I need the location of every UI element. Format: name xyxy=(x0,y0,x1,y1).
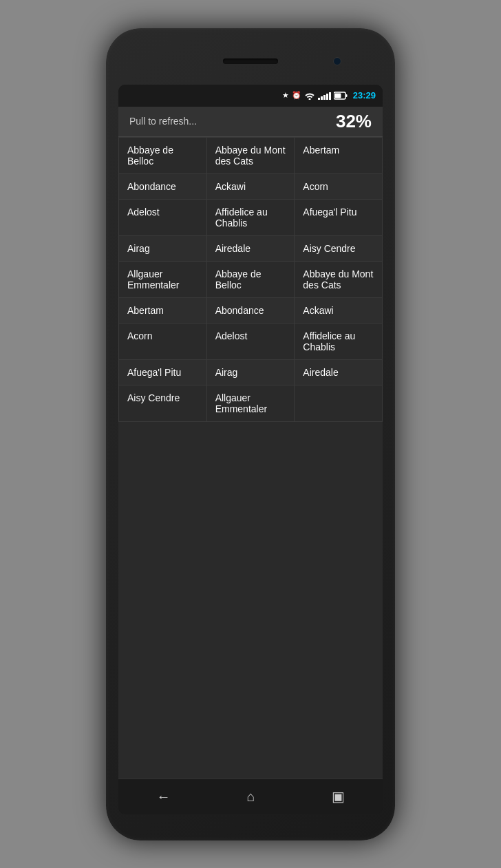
table-cell[interactable]: Acorn xyxy=(295,173,383,199)
svg-rect-1 xyxy=(345,94,347,97)
table-cell[interactable]: Airag xyxy=(206,359,295,385)
nav-bar: ← ⌂ ▣ xyxy=(118,779,383,814)
table-row[interactable]: Afuega'l PituAiragAiredale xyxy=(119,359,383,385)
home-button[interactable]: ⌂ xyxy=(235,783,266,810)
table-cell[interactable]: Abondance xyxy=(119,173,207,199)
status-bar: ★ ⏰ xyxy=(118,85,383,107)
table-cell[interactable]: Adelost xyxy=(119,199,207,235)
table-cell[interactable]: Ackawi xyxy=(206,173,295,199)
status-icons: ★ ⏰ xyxy=(282,90,376,100)
table-row[interactable]: AbertamAbondanceAckawi xyxy=(119,297,383,323)
grid-content: Abbaye de BellocAbbaye du Mont des CatsA… xyxy=(118,137,383,779)
table-cell[interactable]: Acorn xyxy=(119,323,207,359)
table-cell[interactable]: Abbaye de Belloc xyxy=(119,137,207,173)
table-row[interactable]: AiragAiredaleAisy Cendre xyxy=(119,235,383,261)
table-cell[interactable]: Adelost xyxy=(206,323,295,359)
cheese-table: Abbaye de BellocAbbaye du Mont des CatsA… xyxy=(118,137,383,422)
table-cell[interactable]: Affidelice au Chablis xyxy=(295,323,383,359)
svg-rect-2 xyxy=(334,93,341,98)
wifi-icon xyxy=(304,92,315,100)
table-cell[interactable]: Abbaye de Belloc xyxy=(206,261,295,297)
recent-button[interactable]: ▣ xyxy=(321,783,356,810)
table-cell[interactable]: Airag xyxy=(119,235,207,261)
table-row[interactable]: Allgauer EmmentalerAbbaye de BellocAbbay… xyxy=(119,261,383,297)
front-camera xyxy=(333,57,341,65)
table-cell[interactable]: Allgauer Emmentaler xyxy=(119,261,207,297)
back-button[interactable]: ← xyxy=(145,783,181,810)
table-row[interactable]: Abbaye de BellocAbbaye du Mont des CatsA… xyxy=(119,137,383,173)
table-cell[interactable] xyxy=(295,385,383,421)
phone-device: ★ ⏰ xyxy=(106,28,395,840)
table-cell[interactable]: Airedale xyxy=(206,235,295,261)
speaker xyxy=(223,59,278,64)
table-row[interactable]: AdelostAffidelice au ChablisAfuega'l Pit… xyxy=(119,199,383,235)
table-cell[interactable]: Affidelice au Chablis xyxy=(206,199,295,235)
table-cell[interactable]: Airedale xyxy=(295,359,383,385)
time: 23:29 xyxy=(353,90,376,100)
table-row[interactable]: Aisy CendreAllgauer Emmentaler xyxy=(119,385,383,421)
table-cell[interactable]: Aisy Cendre xyxy=(119,385,207,421)
alarm-icon: ⏰ xyxy=(292,91,301,100)
table-cell[interactable]: Abondance xyxy=(206,297,295,323)
signal-icon xyxy=(318,92,331,100)
table-cell[interactable]: Allgauer Emmentaler xyxy=(206,385,295,421)
percentage-text: 32% xyxy=(336,111,372,132)
table-row[interactable]: AcornAdelostAffidelice au Chablis xyxy=(119,323,383,359)
table-cell[interactable]: Afuega'l Pitu xyxy=(119,359,207,385)
table-cell[interactable]: Abertam xyxy=(295,137,383,173)
bluetooth-icon: ★ xyxy=(282,91,289,100)
table-row[interactable]: AbondanceAckawiAcorn xyxy=(119,173,383,199)
phone-top-bar xyxy=(118,41,383,82)
table-cell[interactable]: Ackawi xyxy=(295,297,383,323)
battery-icon xyxy=(334,92,348,100)
table-cell[interactable]: Aisy Cendre xyxy=(295,235,383,261)
table-cell[interactable]: Abbaye du Mont des Cats xyxy=(295,261,383,297)
table-cell[interactable]: Afuega'l Pitu xyxy=(295,199,383,235)
table-cell[interactable]: Abertam xyxy=(119,297,207,323)
table-cell[interactable]: Abbaye du Mont des Cats xyxy=(206,137,295,173)
screen: ★ ⏰ xyxy=(118,85,383,814)
pull-refresh-text: Pull to refresh... xyxy=(129,116,197,127)
pull-refresh-bar[interactable]: Pull to refresh... 32% xyxy=(118,107,383,137)
